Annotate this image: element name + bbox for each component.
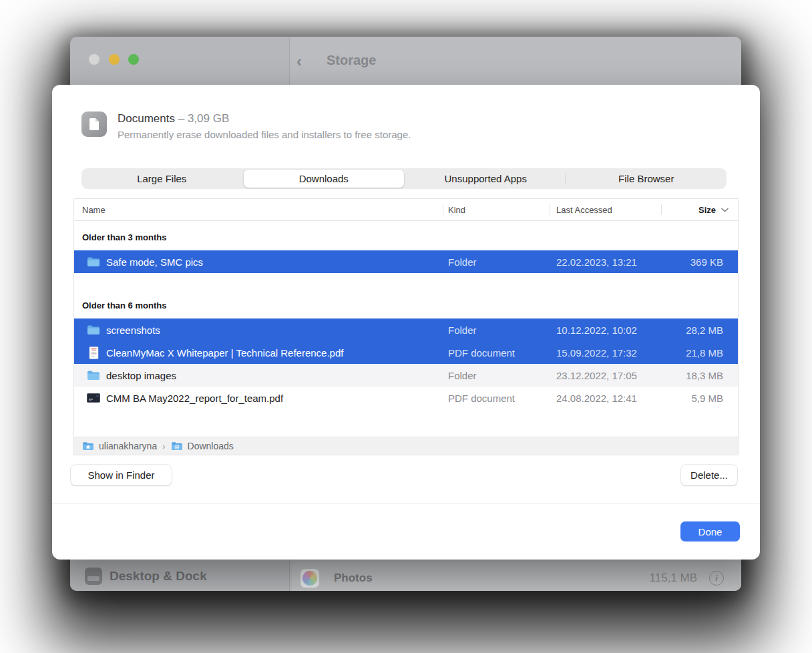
footer-divider [52, 503, 760, 504]
section-label: Older than 6 months [74, 273, 738, 318]
table-header: Name Kind Last Accessed Size [74, 199, 738, 221]
column-divider [661, 204, 662, 215]
close-button[interactable] [89, 54, 99, 65]
dialog-header: Documents – 3,09 GB Permanently erase do… [81, 112, 411, 141]
file-last-accessed: 22.02.2023, 13:21 [550, 256, 661, 268]
done-button[interactable]: Done [680, 521, 740, 541]
show-in-finder-button[interactable]: Show in Finder [71, 465, 172, 485]
file-name: screenshots [106, 324, 160, 336]
file-name: CMM BA May2022_report_for_team.pdf [106, 393, 283, 404]
table-row[interactable]: CMM BA May2022_report_for_team.pdf PDF d… [74, 387, 738, 409]
file-last-accessed: 23.12.2022, 17:05 [550, 370, 661, 381]
breadcrumb: ulianakharyna › Downloads [74, 437, 738, 455]
file-size: 369 KB [661, 256, 738, 268]
dialog-title-size: – 3,09 GB [178, 112, 230, 125]
photos-size: 115,1 MB [649, 572, 697, 585]
delete-button[interactable]: Delete... [681, 465, 737, 485]
file-size: 18,3 MB [661, 370, 738, 381]
downloads-folder-icon [171, 441, 183, 451]
chevron-right-icon: › [162, 441, 165, 451]
file-kind: PDF document [443, 347, 550, 359]
zoom-button[interactable] [128, 54, 139, 65]
file-size: 28,2 MB [661, 324, 738, 336]
pdf-dark-thumbnail-icon [87, 393, 100, 403]
file-size: 21,8 MB [661, 347, 738, 359]
column-header-last-accessed[interactable]: Last Accessed [550, 205, 661, 215]
photos-app-icon [300, 569, 319, 588]
photos-label: Photos [334, 572, 373, 585]
file-kind: Folder [443, 324, 550, 336]
file-name: desktop images [106, 370, 176, 381]
column-header-size[interactable]: Size [661, 205, 738, 215]
info-icon[interactable]: i [709, 571, 724, 586]
table-row[interactable]: CleanMyMac X Whitepaper | Technical Refe… [74, 341, 738, 364]
file-name: CleanMyMac X Whitepaper | Technical Refe… [106, 347, 343, 359]
tab-bar: Large Files Downloads Unsupported Apps F… [81, 168, 727, 189]
dialog-title: Documents [118, 112, 175, 125]
section-label: Older than 3 months [74, 221, 738, 250]
breadcrumb-label: ulianakharyna [99, 441, 157, 451]
tab-downloads[interactable]: Downloads [244, 170, 405, 188]
column-header-size-label: Size [698, 205, 716, 215]
column-header-kind[interactable]: Kind [443, 205, 550, 215]
file-kind: Folder [443, 256, 550, 268]
photos-storage-row[interactable]: Photos 115,1 MB i [292, 562, 741, 591]
table-row[interactable]: desktop images Folder 23.12.2022, 17:05 … [74, 364, 738, 387]
documents-dialog: Documents – 3,09 GB Permanently erase do… [52, 85, 760, 560]
file-last-accessed: 15.09.2022, 17:32 [550, 347, 661, 359]
home-folder-icon [82, 441, 94, 451]
table-row[interactable]: Safe mode, SMC pics Folder 22.02.2023, 1… [74, 250, 738, 273]
file-kind: PDF document [443, 393, 550, 404]
sidebar-item-desktop-dock[interactable]: Desktop & Dock [85, 568, 207, 585]
file-kind: Folder [443, 370, 550, 381]
file-table: Name Kind Last Accessed Size Older than … [73, 198, 739, 455]
tab-file-browser[interactable]: File Browser [566, 168, 727, 189]
tab-large-files[interactable]: Large Files [81, 168, 242, 189]
breadcrumb-item-home[interactable]: ulianakharyna [82, 441, 157, 451]
dialog-subtitle: Permanently erase downloaded files and i… [118, 129, 411, 141]
tab-unsupported-apps[interactable]: Unsupported Apps [405, 168, 566, 189]
column-divider [550, 204, 550, 215]
sort-chevron-down-icon [721, 208, 729, 212]
folder-icon [87, 370, 100, 381]
pdf-document-icon [87, 347, 100, 359]
documents-icon [81, 112, 107, 137]
file-last-accessed: 24.08.2022, 12:41 [550, 393, 661, 404]
column-header-name[interactable]: Name [74, 205, 443, 215]
file-name: Safe mode, SMC pics [106, 256, 203, 268]
file-size: 5,9 MB [661, 393, 738, 404]
sidebar-item-label: Desktop & Dock [110, 569, 207, 584]
desktop-dock-icon [85, 568, 102, 585]
folder-icon [87, 324, 100, 335]
breadcrumb-label: Downloads [188, 441, 234, 451]
column-divider [443, 204, 443, 215]
table-row[interactable]: screenshots Folder 10.12.2022, 10:02 28,… [74, 318, 738, 341]
breadcrumb-item-downloads[interactable]: Downloads [171, 441, 234, 451]
back-chevron-icon[interactable]: ‹ [292, 53, 307, 70]
window-title: Storage [327, 53, 376, 68]
folder-icon [87, 256, 100, 267]
minimize-button[interactable] [109, 54, 120, 65]
file-last-accessed: 10.12.2022, 10:02 [550, 324, 661, 336]
